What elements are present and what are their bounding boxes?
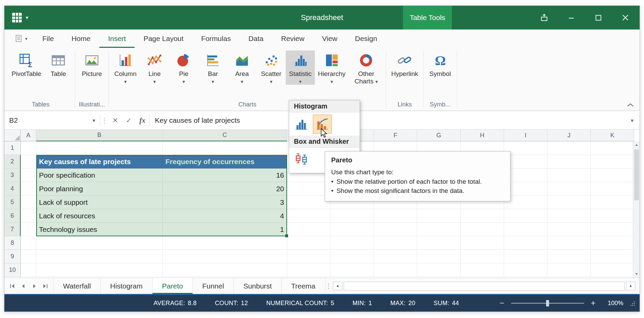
zoom-level[interactable]: 100% xyxy=(602,300,623,307)
cell[interactable] xyxy=(163,141,287,155)
expand-formula-bar-button[interactable]: ▾ xyxy=(625,111,640,130)
cell[interactable] xyxy=(547,209,591,223)
cell[interactable] xyxy=(163,250,287,263)
cell[interactable] xyxy=(591,209,634,223)
sheet-tab-sunburst[interactable]: Sunburst xyxy=(234,278,282,294)
chevron-down-icon[interactable]: ▾ xyxy=(88,117,100,124)
cell[interactable] xyxy=(36,141,163,155)
column-chart-button[interactable]: Column ▾ xyxy=(111,51,140,85)
table-cell-cause[interactable]: Technology issues xyxy=(36,223,163,236)
collapse-ribbon-button[interactable] xyxy=(627,103,634,107)
row-header[interactable]: 3 xyxy=(4,168,21,182)
row-header[interactable]: 8 xyxy=(4,236,21,250)
cell[interactable] xyxy=(330,263,374,277)
tab-design[interactable]: Design xyxy=(346,29,386,48)
app-menu-button[interactable]: ▾ xyxy=(11,12,28,23)
column-header[interactable]: I xyxy=(504,130,547,141)
cell[interactable] xyxy=(417,250,461,263)
row-header[interactable]: 1 xyxy=(4,141,21,155)
close-button[interactable] xyxy=(612,6,639,29)
hierarchy-chart-button[interactable]: Hierarchy ▾ xyxy=(315,51,348,85)
column-header[interactable]: G xyxy=(417,130,461,141)
column-header[interactable]: A xyxy=(21,130,36,141)
resize-grip-icon[interactable] xyxy=(630,301,636,306)
table-header-cell[interactable]: Frequency of occurrences xyxy=(163,155,287,168)
cell[interactable] xyxy=(330,209,374,223)
cell[interactable] xyxy=(21,155,36,168)
cell[interactable] xyxy=(374,250,417,263)
cell[interactable] xyxy=(21,209,36,223)
sheet-tab-pareto[interactable]: Pareto xyxy=(153,278,193,294)
cell[interactable] xyxy=(21,236,36,250)
formula-input[interactable]: Key causes of late projects xyxy=(149,111,625,130)
cell[interactable] xyxy=(547,263,591,277)
cell[interactable] xyxy=(461,250,504,263)
next-sheet-button[interactable] xyxy=(29,281,39,291)
cell[interactable] xyxy=(374,209,417,223)
row-header[interactable]: 2 xyxy=(4,155,21,168)
cell[interactable] xyxy=(287,209,330,223)
histogram-chart-item[interactable] xyxy=(292,115,311,134)
cell[interactable] xyxy=(374,263,417,277)
horizontal-scrollbar[interactable] xyxy=(333,281,636,291)
pareto-chart-item[interactable] xyxy=(313,115,332,134)
pivottable-button[interactable]: Σ PivotTable xyxy=(8,51,44,78)
sheet-tab-treemap[interactable]: Treema xyxy=(282,278,325,294)
cell[interactable] xyxy=(591,196,634,209)
context-tab-table-tools[interactable]: Table Tools xyxy=(403,6,452,29)
table-cell-cause[interactable]: Poor specification xyxy=(36,168,163,182)
table-cell-frequency[interactable]: 3 xyxy=(163,196,287,209)
cell[interactable] xyxy=(504,141,547,155)
column-header[interactable]: H xyxy=(461,130,504,141)
tab-insert[interactable]: Insert xyxy=(99,29,135,48)
cell[interactable] xyxy=(504,168,547,182)
cell[interactable] xyxy=(591,155,634,168)
zoom-in-button[interactable]: + xyxy=(589,299,597,308)
sheet-tab-funnel[interactable]: Funnel xyxy=(193,278,234,294)
cell[interactable] xyxy=(287,263,330,277)
row-header[interactable]: 9 xyxy=(4,250,21,263)
picture-button[interactable]: Picture xyxy=(77,51,106,78)
table-cell-frequency[interactable]: 1 xyxy=(163,223,287,236)
cell[interactable] xyxy=(36,236,163,250)
cell[interactable] xyxy=(417,209,461,223)
cell[interactable] xyxy=(330,236,374,250)
area-chart-button[interactable]: Area ▾ xyxy=(227,51,257,85)
row-header[interactable]: 6 xyxy=(4,209,21,223)
scroll-left-button[interactable] xyxy=(333,282,342,291)
sheet-tab-histogram[interactable]: Histogram xyxy=(101,278,153,294)
cell[interactable] xyxy=(461,223,504,236)
row-header[interactable]: 4 xyxy=(4,182,21,196)
scrollbar-thumb[interactable] xyxy=(634,150,639,200)
cell[interactable] xyxy=(330,223,374,236)
quick-access-button[interactable]: ▾ xyxy=(8,29,34,48)
column-header[interactable]: B xyxy=(36,130,163,141)
cell[interactable] xyxy=(504,223,547,236)
cancel-button[interactable]: ✕ xyxy=(108,111,122,130)
cell[interactable] xyxy=(591,141,634,155)
cell[interactable] xyxy=(591,263,634,277)
cell[interactable] xyxy=(36,250,163,263)
bar-chart-button[interactable]: Bar ▾ xyxy=(198,51,227,85)
table-cell-cause[interactable]: Poor planning xyxy=(36,182,163,196)
cell[interactable] xyxy=(374,223,417,236)
zoom-slider[interactable] xyxy=(511,303,584,304)
maximize-button[interactable] xyxy=(585,6,612,29)
tab-formulas[interactable]: Formulas xyxy=(192,29,240,48)
cell[interactable] xyxy=(547,155,591,168)
last-sheet-button[interactable] xyxy=(40,281,50,291)
cell[interactable] xyxy=(547,223,591,236)
cell[interactable] xyxy=(547,236,591,250)
cell[interactable] xyxy=(287,250,330,263)
cell[interactable] xyxy=(461,209,504,223)
cell[interactable] xyxy=(287,182,330,196)
tab-page-layout[interactable]: Page Layout xyxy=(135,29,192,48)
cell[interactable] xyxy=(330,250,374,263)
cell[interactable] xyxy=(287,196,330,209)
cell[interactable] xyxy=(591,250,634,263)
fullscreen-button[interactable] xyxy=(530,6,558,29)
row-header[interactable]: 7 xyxy=(4,223,21,236)
cell[interactable] xyxy=(504,196,547,209)
cell[interactable] xyxy=(504,155,547,168)
column-header[interactable]: F xyxy=(374,130,417,141)
